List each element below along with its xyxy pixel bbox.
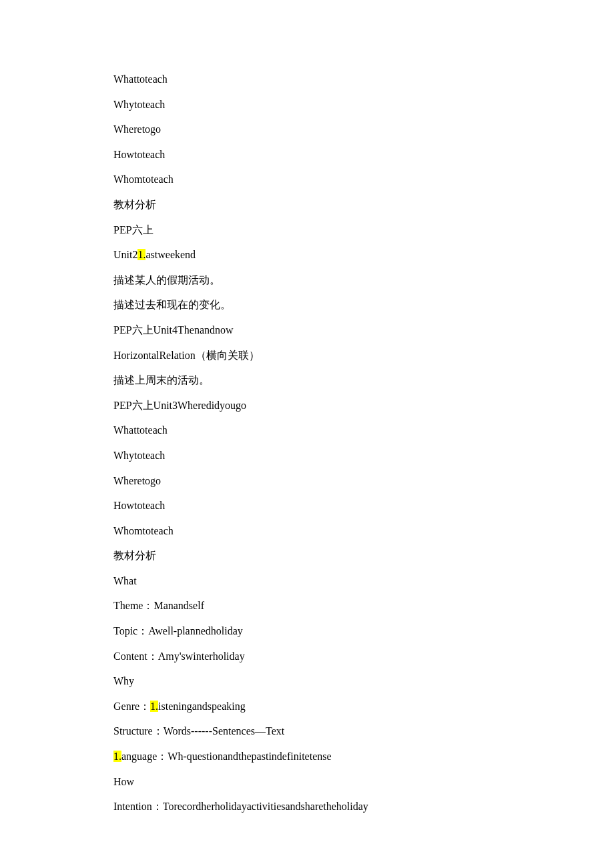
text-line-9: 描述过去和现在的变化。	[113, 292, 501, 318]
text-line-17: Howtoteach	[113, 493, 501, 518]
text-line-1: Whytoteach	[113, 92, 501, 117]
text-line-19: 教材分析	[113, 543, 501, 568]
text-line-2: Wheretogo	[113, 117, 501, 142]
document-content: WhattoteachWhytoteachWheretogoHowtoteach…	[0, 0, 614, 859]
text-line-22: Topic：Awell-plannedholiday	[113, 618, 501, 644]
text-line-7: Unit21.astweekend	[113, 242, 501, 268]
text-line-3: Howtoteach	[113, 142, 501, 167]
highlighted-text: 1.	[113, 751, 121, 762]
text-line-6: PEP六上	[113, 218, 501, 243]
line-prefix: Genre：	[113, 701, 150, 712]
highlighted-text: 1.	[137, 249, 145, 260]
text-line-27: 1.anguage：Wh-questionandthepastindefinit…	[113, 744, 501, 769]
text-line-18: Whomtoteach	[113, 518, 501, 544]
text-line-15: Whytoteach	[113, 443, 501, 468]
text-line-28: How	[113, 769, 501, 795]
line-suffix: isteningandspeaking	[158, 701, 246, 712]
line-prefix: Unit2	[113, 249, 137, 260]
text-line-10: PEP六上Unit4Thenandnow	[113, 318, 501, 343]
text-line-16: Wheretogo	[113, 468, 501, 494]
text-line-25: Genre：1.isteningandspeaking	[113, 694, 501, 719]
text-line-20: What	[113, 568, 501, 594]
text-line-8: 描述某人的假期活动。	[113, 268, 501, 293]
text-line-26: Structure：Words------Sentences—Text	[113, 719, 501, 744]
text-line-12: 描述上周末的活动。	[113, 368, 501, 393]
text-line-0: Whattoteach	[113, 67, 501, 92]
text-line-4: Whomtoteach	[113, 167, 501, 192]
text-line-21: Theme：Manandself	[113, 593, 501, 618]
text-line-5: 教材分析	[113, 192, 501, 218]
text-line-14: Whattoteach	[113, 418, 501, 443]
text-line-29: Intention：Torecordherholidayactivitiesan…	[113, 794, 501, 819]
text-line-11: HorizontalRelation（横向关联）	[113, 343, 501, 368]
highlighted-text: 1.	[150, 701, 158, 712]
text-line-13: PEP六上Unit3Wheredidyougo	[113, 393, 501, 418]
line-suffix: anguage：Wh-questionandthepastindefinitet…	[121, 751, 332, 762]
text-line-24: Why	[113, 669, 501, 694]
line-suffix: astweekend	[145, 249, 196, 260]
text-line-23: Content：Amy'swinterholiday	[113, 644, 501, 669]
